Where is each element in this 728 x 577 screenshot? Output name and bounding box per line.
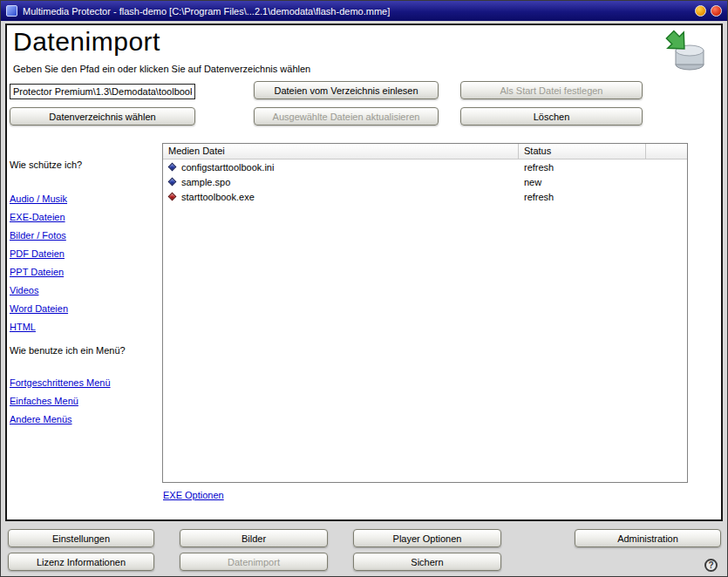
- page-subtitle: Geben Sie den Pfad ein oder klicken Sie …: [13, 64, 310, 74]
- sidebar-heading-menu: Wie benutze ich ein Menü?: [10, 345, 160, 356]
- choose-directory-button[interactable]: Datenverzeichnis wählen: [10, 107, 195, 126]
- file-status: new: [518, 177, 645, 187]
- window-title: Multimedia Protector - flash-demo [C:\Pr…: [23, 6, 390, 17]
- exe-options-link[interactable]: EXE Optionen: [163, 490, 224, 500]
- sidebar: Wie schütze ich? Audio / Musik EXE-Datei…: [10, 160, 160, 432]
- file-name: sample.spo: [181, 177, 230, 187]
- sidebar-link-bilder-fotos[interactable]: Bilder / Fotos: [10, 230, 160, 241]
- sidebar-link-fortgeschrittenes-menu[interactable]: Fortgeschrittenes Menü: [10, 377, 160, 389]
- update-selected-button: Ausgewählte Dateien aktualisieren: [254, 107, 439, 126]
- sidebar-link-html[interactable]: HTML: [10, 322, 160, 333]
- media-file-table: Medien Datei Status configstarttoolbook.…: [162, 143, 688, 483]
- file-status: refresh: [518, 162, 645, 173]
- license-information-button[interactable]: Lizenz Informationen: [8, 553, 154, 571]
- file-name: configstarttoolbook.ini: [181, 162, 274, 173]
- table-row[interactable]: configstarttoolbook.ini refresh: [163, 160, 687, 174]
- sidebar-link-pdf-dateien[interactable]: PDF Dateien: [10, 248, 160, 260]
- sidebar-heading-protect: Wie schütze ich?: [10, 160, 160, 171]
- table-header-media-file[interactable]: Medien Datei: [163, 144, 518, 159]
- data-import-button: Datenimport: [180, 553, 328, 571]
- window-controls: [695, 5, 722, 17]
- sidebar-link-videos[interactable]: Videos: [10, 285, 160, 296]
- app-icon: [6, 5, 17, 17]
- file-status: refresh: [518, 192, 645, 202]
- close-button[interactable]: [711, 5, 722, 17]
- settings-button[interactable]: Einstellungen: [8, 529, 154, 547]
- table-header-spacer: [645, 144, 687, 159]
- sidebar-link-einfaches-menu[interactable]: Einfaches Menü: [10, 396, 160, 407]
- import-database-icon: [663, 29, 707, 72]
- administration-button[interactable]: Administration: [575, 529, 721, 547]
- table-header-status[interactable]: Status: [518, 144, 645, 159]
- app-window: Multimedia Protector - flash-demo [C:\Pr…: [0, 0, 728, 577]
- blue-diamond-file-icon: [168, 178, 177, 187]
- sidebar-link-audio-musik[interactable]: Audio / Musik: [10, 193, 160, 205]
- help-icon[interactable]: ?: [704, 559, 718, 572]
- read-files-button[interactable]: Dateien vom Verzeichnis einlesen: [254, 81, 439, 99]
- table-row[interactable]: sample.spo new: [163, 174, 687, 189]
- set-start-file-button: Als Start Datei festlegen: [460, 81, 643, 99]
- table-row[interactable]: starttoolbook.exe refresh: [163, 189, 687, 204]
- sidebar-link-ppt-dateien[interactable]: PPT Dateien: [10, 267, 160, 278]
- main-panel: Datenimport Geben Sie den Pfad ein oder …: [5, 24, 723, 521]
- titlebar[interactable]: Multimedia Protector - flash-demo [C:\Pr…: [1, 1, 727, 21]
- delete-button[interactable]: Löschen: [460, 107, 643, 126]
- sidebar-link-word-dateien[interactable]: Word Dateien: [10, 303, 160, 315]
- save-button[interactable]: Sichern: [353, 553, 501, 571]
- sidebar-link-exe-dateien[interactable]: EXE-Dateien: [10, 212, 160, 223]
- minimize-button[interactable]: [695, 5, 706, 17]
- red-diamond-file-icon: [168, 193, 177, 201]
- file-name: starttoolbook.exe: [181, 192, 255, 202]
- images-button[interactable]: Bilder: [180, 529, 328, 547]
- data-path-input[interactable]: [10, 84, 195, 99]
- sidebar-link-andere-menus[interactable]: Andere Menüs: [10, 414, 160, 425]
- blue-diamond-file-icon: [168, 163, 177, 172]
- page-title: Datenimport: [13, 27, 160, 57]
- table-header: Medien Datei Status: [163, 144, 687, 160]
- player-options-button[interactable]: Player Optionen: [353, 529, 501, 547]
